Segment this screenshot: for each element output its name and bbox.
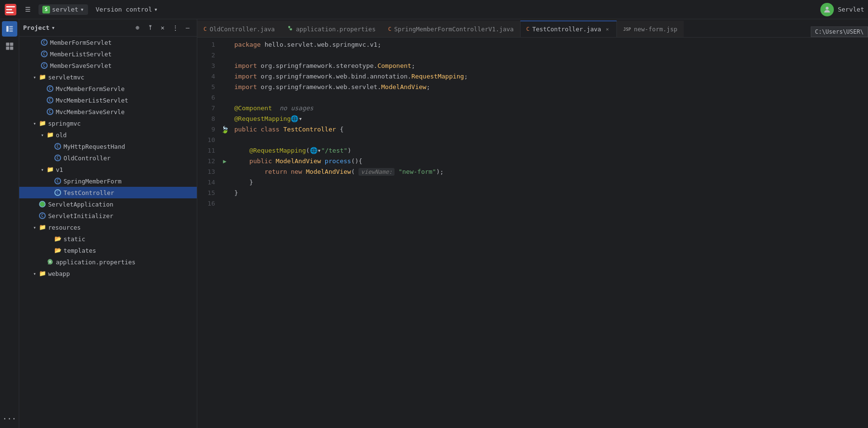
- code-line-1: package hello.servlet.web.springmvc.v1;: [230, 39, 868, 50]
- svg-rect-8: [6, 47, 9, 50]
- code-line-7: @Component no usages: [230, 103, 868, 114]
- structure-view-button[interactable]: [2, 39, 17, 54]
- code-line-15: }: [230, 188, 868, 198]
- project-sidebar: Project ▾ ⊕ ⤒ ✕ ⋮ — C MemberFormServlet …: [19, 19, 197, 428]
- svg-point-11: [50, 261, 51, 262]
- tree-item-mvcMemberSaveServlet[interactable]: C MvcMemberSaveServle: [19, 106, 197, 117]
- line-num-16: 16: [197, 198, 215, 209]
- line-num-7: 7: [197, 103, 215, 114]
- gutter-11: [219, 145, 230, 156]
- gutter-9[interactable]: 🍃: [219, 124, 230, 135]
- tree-item-memberListServlet[interactable]: C MemberListServlet: [19, 48, 197, 60]
- tree-item-label: TestController: [64, 189, 114, 196]
- tree-item-springmvc[interactable]: ▾ 📁 springmvc: [19, 117, 197, 129]
- gutter-8: [219, 114, 230, 124]
- hamburger-button[interactable]: ☰: [21, 3, 35, 16]
- gutter-3: [219, 61, 230, 71]
- spring-icon: [46, 258, 54, 266]
- tree-item-resources[interactable]: ▾ 📁 resources: [19, 221, 197, 233]
- tree-item-static[interactable]: 📂 static: [19, 233, 197, 245]
- code-content[interactable]: package hello.servlet.web.springmvc.v1; …: [230, 38, 868, 428]
- tab-test-controller[interactable]: C TestController.java ✕: [520, 21, 617, 37]
- code-editor[interactable]: 1 2 3 4 5 6 7 8 9 10 11 12 13 14 15 16: [197, 38, 868, 428]
- class-icon: C: [40, 62, 48, 69]
- tree-item-old[interactable]: ▾ 📁 old: [19, 129, 197, 141]
- folder-icon: 📁: [38, 73, 46, 81]
- tab-application-properties[interactable]: application.properties: [281, 21, 382, 37]
- svg-rect-6: [6, 43, 9, 46]
- tree-item-templates[interactable]: 📂 templates: [19, 245, 197, 256]
- folder-icon: 📁: [46, 131, 54, 139]
- breadcrumb-tooltip: C:\Users\USER\: [811, 26, 868, 37]
- tab-label: OldController.java: [210, 26, 275, 33]
- add-file-button[interactable]: ⊕: [132, 23, 143, 33]
- user-avatar[interactable]: [820, 3, 834, 16]
- tree-item-applicationProperties[interactable]: application.properties: [19, 256, 197, 268]
- project-tree: C MemberFormServlet C MemberListServlet …: [19, 37, 197, 428]
- line-num-15: 15: [197, 188, 215, 198]
- class-icon: C: [46, 85, 54, 92]
- tab-label: TestController.java: [532, 26, 601, 33]
- tree-item-label: OldController: [64, 155, 111, 162]
- tree-item-webapp[interactable]: ▾ 📁 webapp: [19, 268, 197, 279]
- tree-item-label: ServletApplication: [48, 201, 113, 208]
- tree-item-label: v1: [56, 166, 63, 173]
- gutter-13: [219, 167, 230, 177]
- project-icon: S: [42, 6, 50, 13]
- code-line-13: return new ModelAndView( viewName: "new-…: [230, 167, 868, 177]
- line-num-13: 13: [197, 167, 215, 177]
- folder-plain-icon: 📂: [54, 235, 62, 243]
- tab-old-controller[interactable]: C OldController.java: [197, 21, 281, 37]
- sidebar-minimize-button[interactable]: —: [182, 23, 193, 33]
- tree-item-memberSaveServlet[interactable]: C MemberSaveServlet: [19, 60, 197, 71]
- collapse-all-button[interactable]: ⤒: [145, 23, 155, 33]
- line-num-12: 12: [197, 156, 215, 167]
- tree-item-mvcMemberListServlet[interactable]: C MvcMemberListServlet: [19, 94, 197, 106]
- line-num-8: 8: [197, 114, 215, 124]
- gutter-7: [219, 103, 230, 114]
- gutter-1: [219, 39, 230, 50]
- tree-item-springMemberForm[interactable]: C SpringMemberForm: [19, 175, 197, 187]
- tree-item-servletmvc[interactable]: ▾ 📁 servletmvc: [19, 71, 197, 83]
- tree-item-servletInitializer[interactable]: C ServletInitializer: [19, 210, 197, 221]
- line-num-1: 1: [197, 39, 215, 50]
- tab-close-button[interactable]: ✕: [604, 26, 611, 33]
- project-selector[interactable]: S servlet ▾: [38, 4, 88, 15]
- svg-point-10: [39, 201, 45, 207]
- tree-item-oldController[interactable]: C OldController: [19, 152, 197, 164]
- java-file-icon: C: [204, 26, 207, 32]
- folder-icon: 📁: [46, 166, 54, 173]
- tree-item-label: ServletInitializer: [48, 212, 113, 220]
- line-num-3: 3: [197, 61, 215, 71]
- tree-item-myHttpRequestHandler[interactable]: C MyHttpRequestHand: [19, 141, 197, 152]
- tabs-bar: C OldController.java application.propert…: [197, 19, 868, 38]
- svg-rect-9: [10, 47, 13, 50]
- top-bar-right: Servlet: [820, 3, 864, 16]
- tree-item-memberFormServlet[interactable]: C MemberFormServlet: [19, 37, 197, 48]
- folder-icon: 📁: [38, 119, 46, 127]
- sidebar-toggle-button[interactable]: [2, 21, 17, 37]
- gutter-15: [219, 188, 230, 198]
- tree-item-label: MvcMemberSaveServle: [56, 108, 125, 116]
- close-sidebar-button[interactable]: ✕: [157, 23, 168, 33]
- tree-item-label: springmvc: [48, 120, 81, 127]
- class-icon: C: [40, 39, 48, 46]
- code-line-12: public ModelAndView process(){: [230, 156, 868, 167]
- tree-item-mvcMemberFormServlet[interactable]: C MvcMemberFormServle: [19, 83, 197, 94]
- tree-item-testController[interactable]: C TestController: [19, 187, 197, 198]
- more-tools-button[interactable]: ···: [2, 411, 17, 426]
- line-numbers: 1 2 3 4 5 6 7 8 9 10 11 12 13 14 15 16: [197, 38, 219, 428]
- tree-item-v1[interactable]: ▾ 📁 v1: [19, 164, 197, 175]
- tab-new-form[interactable]: JSP new-form.jsp: [617, 21, 684, 37]
- gutter-2: [219, 50, 230, 61]
- version-control-arrow: ▾: [154, 6, 158, 13]
- project-dropdown-arrow: ▾: [80, 6, 84, 13]
- tree-arrow: ▾: [38, 166, 46, 173]
- tree-item-label: servletmvc: [48, 74, 84, 81]
- gutter-12[interactable]: ▶: [219, 156, 230, 167]
- tree-item-servletApplication[interactable]: ServletApplication: [19, 198, 197, 210]
- tree-item-label: MvcMemberListServlet: [56, 97, 128, 104]
- tab-spring-member-form[interactable]: C SpringMemberFormControllerV1.java: [382, 21, 520, 37]
- version-control-button[interactable]: Version control ▾: [92, 4, 162, 14]
- sidebar-options-button[interactable]: ⋮: [170, 23, 180, 33]
